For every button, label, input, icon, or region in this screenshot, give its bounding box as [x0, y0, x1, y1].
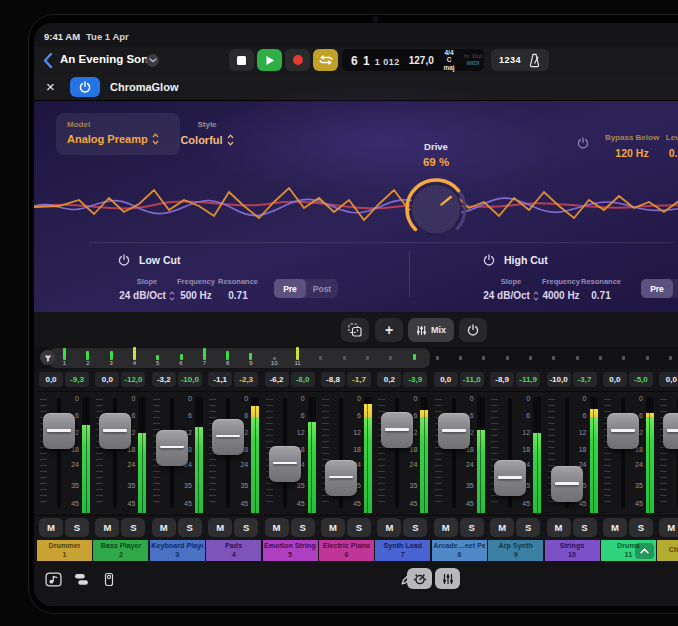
- mute-button[interactable]: M: [377, 518, 401, 537]
- back-button[interactable]: [42, 52, 54, 69]
- fader-handle[interactable]: [43, 413, 75, 449]
- plugin-power-toggle[interactable]: [70, 77, 100, 97]
- song-title[interactable]: An Evening Song: [60, 53, 155, 65]
- solo-button[interactable]: S: [347, 518, 371, 537]
- volume-readout[interactable]: 0,0: [434, 372, 458, 387]
- drive-knob[interactable]: [404, 177, 468, 241]
- controls-view-button[interactable]: [407, 568, 432, 589]
- track-name-tab[interactable]: Drums11: [601, 540, 656, 561]
- post-button[interactable]: Post: [306, 279, 338, 298]
- bypass-power-icon[interactable]: [577, 137, 589, 149]
- mute-button[interactable]: M: [659, 518, 678, 537]
- solo-button[interactable]: S: [121, 518, 145, 537]
- solo-button[interactable]: S: [291, 518, 315, 537]
- low-cut-pre-post-toggle: Pre Post: [274, 279, 338, 298]
- mix-view-button[interactable]: Mix: [408, 318, 454, 342]
- high-cut-power-icon[interactable]: [483, 254, 495, 266]
- record-button[interactable]: [285, 49, 310, 71]
- solo-button[interactable]: S: [234, 518, 258, 537]
- add-track-button[interactable]: +: [375, 318, 403, 342]
- close-plugin-button[interactable]: ×: [46, 77, 55, 96]
- post-button[interactable]: Post: [673, 279, 678, 298]
- low-cut-resonance[interactable]: Resonance 0.71: [208, 277, 268, 301]
- style-selector[interactable]: Style Colorful: [172, 113, 242, 146]
- track-name-tab[interactable]: Arcade…eet Pad8: [432, 540, 487, 561]
- volume-readout[interactable]: 0,0: [95, 372, 119, 387]
- volume-readout[interactable]: -6,2: [265, 372, 289, 387]
- mute-button[interactable]: M: [490, 518, 514, 537]
- solo-button[interactable]: S: [178, 518, 202, 537]
- mute-button[interactable]: M: [208, 518, 232, 537]
- solo-button[interactable]: S: [573, 518, 597, 537]
- fader-handle[interactable]: [325, 460, 357, 496]
- fader-handle[interactable]: [99, 413, 131, 449]
- fader-handle[interactable]: [494, 460, 526, 496]
- lcd-display[interactable]: 6 11 012 127,0 4/4C maj InOut MIDI: [342, 49, 484, 71]
- volume-readout[interactable]: 0,2: [377, 372, 401, 387]
- track-name-tab[interactable]: Bass Player2: [93, 540, 148, 561]
- pre-button[interactable]: Pre: [641, 279, 673, 298]
- volume-readout[interactable]: 0,0: [659, 372, 678, 387]
- mute-button[interactable]: M: [603, 518, 627, 537]
- track-name-tab[interactable]: Electric Piano6: [319, 540, 374, 561]
- volume-readout[interactable]: -8,8: [321, 372, 345, 387]
- loop-browser-button[interactable]: [42, 568, 64, 590]
- duplicate-button[interactable]: [341, 318, 369, 342]
- count-in-button[interactable]: 1234: [499, 55, 521, 65]
- fader-handle[interactable]: [551, 466, 583, 502]
- pre-button[interactable]: Pre: [274, 279, 306, 298]
- mute-button[interactable]: M: [39, 518, 63, 537]
- volume-readout[interactable]: -10,0: [547, 372, 571, 387]
- mute-button[interactable]: M: [321, 518, 345, 537]
- pedalboard-button[interactable]: [98, 568, 120, 590]
- mixer-power-button[interactable]: [459, 318, 487, 342]
- overview-track-number: 11: [292, 360, 304, 366]
- fader-handle[interactable]: [381, 412, 413, 448]
- track-name-tab[interactable]: Strings10: [545, 540, 600, 561]
- collapse-mixer-button[interactable]: [635, 543, 654, 559]
- stop-button[interactable]: [229, 49, 254, 71]
- track-name-tab[interactable]: Emotion Strings5: [263, 540, 318, 561]
- fader-handle[interactable]: [156, 430, 188, 466]
- mute-button[interactable]: M: [265, 518, 289, 537]
- track-name-tab[interactable]: Pads4: [206, 540, 261, 561]
- track-name-tab[interactable]: Drummer1: [37, 540, 92, 561]
- solo-button[interactable]: S: [629, 518, 653, 537]
- solo-button[interactable]: S: [516, 518, 540, 537]
- volume-readout[interactable]: -1,1: [208, 372, 232, 387]
- mute-button[interactable]: M: [95, 518, 119, 537]
- fader-handle[interactable]: [438, 413, 470, 449]
- solo-button[interactable]: S: [403, 518, 427, 537]
- fader-handle[interactable]: [663, 413, 678, 449]
- metronome-icon[interactable]: [528, 53, 541, 68]
- mixer-view-button[interactable]: [435, 568, 460, 589]
- mute-button[interactable]: M: [434, 518, 458, 537]
- solo-button[interactable]: S: [65, 518, 89, 537]
- volume-readout[interactable]: 0,0: [39, 372, 63, 387]
- track-name-tab[interactable]: Chorus V: [657, 540, 678, 561]
- mixer-overview-strip[interactable]: 1234567891011: [34, 347, 678, 369]
- volume-readout[interactable]: -8,9: [490, 372, 514, 387]
- cycle-button[interactable]: [313, 49, 338, 71]
- volume-readout[interactable]: -3,2: [152, 372, 176, 387]
- volume-readout[interactable]: 0,0: [603, 372, 627, 387]
- solo-button[interactable]: S: [460, 518, 484, 537]
- song-menu-button[interactable]: [146, 54, 159, 67]
- model-selector[interactable]: Model Analog Preamp: [56, 113, 180, 155]
- fader-handle[interactable]: [269, 446, 301, 482]
- track-name-tab[interactable]: Arp Synth9: [488, 540, 543, 561]
- plugins-button[interactable]: [70, 568, 92, 590]
- fader-handle[interactable]: [607, 413, 639, 449]
- level-control[interactable]: Level 0.0: [646, 133, 678, 159]
- fader-handle[interactable]: [212, 419, 244, 455]
- track-name-tab[interactable]: Synth Lead7: [375, 540, 430, 561]
- low-cut-power-icon[interactable]: [118, 254, 130, 266]
- mute-button[interactable]: M: [547, 518, 571, 537]
- play-button[interactable]: [257, 49, 282, 71]
- mute-button[interactable]: M: [152, 518, 176, 537]
- filter-button[interactable]: [40, 350, 55, 365]
- high-cut-resonance[interactable]: Resonance 0.71: [571, 277, 631, 301]
- count-in-metronome-group[interactable]: 1234: [491, 49, 549, 71]
- track-name-tab[interactable]: Keyboard Player3: [150, 540, 205, 561]
- fader-region: 061218243545: [93, 392, 148, 516]
